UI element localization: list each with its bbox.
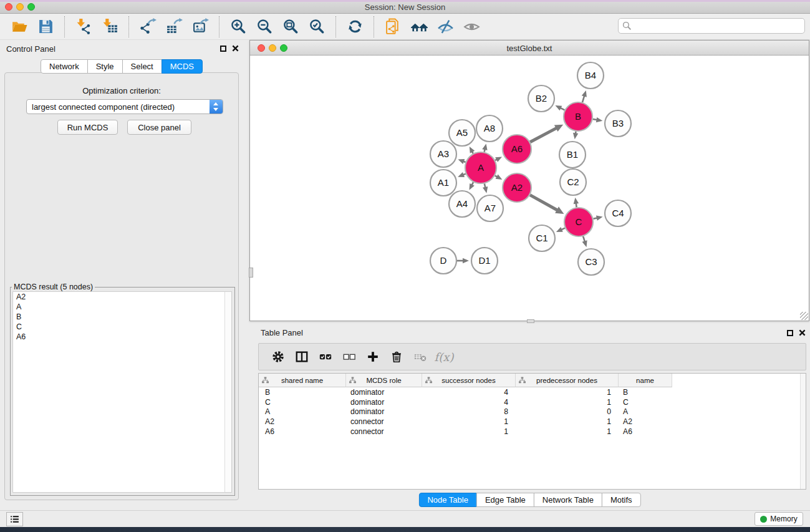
graph-edge-A2-C[interactable]: [530, 195, 559, 211]
mcds-result-item[interactable]: A2: [13, 292, 231, 302]
graph-node-B[interactable]: B: [564, 102, 592, 131]
export-network-button[interactable]: [137, 16, 159, 38]
mcds-result-item[interactable]: A6: [13, 332, 231, 342]
table-row-A6[interactable]: A6connector11A6: [259, 427, 806, 437]
graph-node-A1[interactable]: A1: [430, 170, 456, 196]
column-header-shared-name[interactable]: shared name: [259, 374, 346, 387]
main-toolbar: [0, 14, 810, 40]
memory-label: Memory: [770, 515, 797, 523]
arrowhead-icon: [582, 90, 587, 97]
save-icon: [37, 18, 54, 35]
memory-button[interactable]: Memory: [755, 512, 803, 526]
close-panel-button[interactable]: Close panel: [127, 120, 191, 135]
arrowhead-icon: [582, 240, 587, 247]
table-row-A[interactable]: Adominator80A: [259, 407, 806, 417]
graph-node-C4[interactable]: C4: [605, 200, 631, 226]
graph-node-B3[interactable]: B3: [605, 110, 631, 137]
mcds-result-item[interactable]: B: [13, 312, 231, 322]
table-header: shared nameMCDS rolesuccessor nodesprede…: [259, 374, 806, 387]
toggle-graphics-details-button[interactable]: [434, 16, 456, 38]
close-table-panel-icon[interactable]: [799, 329, 806, 336]
column-header-successor-nodes[interactable]: successor nodes: [422, 374, 516, 387]
home-button[interactable]: [408, 16, 430, 38]
save-session-button[interactable]: [34, 16, 57, 38]
mcds-result-item[interactable]: C: [13, 322, 231, 332]
table-scrollbar[interactable]: [800, 374, 806, 489]
resize-grip-icon[interactable]: [800, 312, 808, 320]
mcds-result-item[interactable]: A: [13, 302, 231, 312]
float-table-panel-icon[interactable]: [787, 330, 793, 336]
graph-node-A3[interactable]: A3: [430, 141, 456, 167]
apply-layout-button[interactable]: [344, 16, 366, 38]
table-row-C[interactable]: Cdominator41C: [259, 397, 806, 407]
optimization-criterion-select[interactable]: largest connected component (directed): [26, 99, 223, 114]
tab-edge-table[interactable]: Edge Table: [476, 493, 534, 507]
graph-node-D[interactable]: D: [430, 248, 456, 274]
graph-node-A2[interactable]: A2: [503, 173, 531, 202]
graph-node-C3[interactable]: C3: [578, 249, 604, 275]
splitter-handle[interactable]: [249, 268, 253, 278]
create-column-button[interactable]: [363, 347, 383, 367]
list-icon: [9, 514, 20, 525]
graph-node-B2[interactable]: B2: [528, 85, 554, 112]
graph-node-C2[interactable]: C2: [560, 169, 586, 195]
mcds-list-scrollbar[interactable]: [224, 292, 231, 492]
table-row-B[interactable]: Bdominator41B: [259, 387, 806, 397]
column-header-predecessor-nodes[interactable]: predecessor nodes: [516, 374, 619, 387]
graph-node-D1[interactable]: D1: [471, 248, 498, 274]
import-network-button[interactable]: [72, 16, 95, 38]
control-panel: Control Panel NetworkStyleSelectMCDS Opt…: [0, 40, 243, 510]
graph-node-B1[interactable]: B1: [559, 142, 586, 168]
graph-node-A4[interactable]: A4: [449, 191, 475, 217]
search-box[interactable]: [618, 18, 805, 34]
open-session-button[interactable]: [8, 16, 31, 38]
export-image-button[interactable]: [189, 16, 211, 38]
tab-node-table[interactable]: Node Table: [418, 493, 477, 507]
zoom-fit-button[interactable]: [279, 16, 302, 38]
close-panel-icon[interactable]: [232, 45, 239, 52]
tab-motifs[interactable]: Motifs: [602, 493, 641, 507]
table-settings-button[interactable]: [268, 347, 288, 367]
svg-text:A4: A4: [456, 198, 468, 209]
run-mcds-button[interactable]: Run MCDS: [57, 120, 118, 135]
graph-edge-A6-B[interactable]: [530, 127, 557, 142]
zoom-selected-button[interactable]: [306, 16, 328, 38]
table-row-A2[interactable]: A2connector11A2: [259, 417, 806, 427]
graph-node-C1[interactable]: C1: [529, 225, 555, 251]
network-from-document-button[interactable]: [382, 16, 404, 38]
show-columns-button[interactable]: [292, 347, 312, 367]
column-header-MCDS-role[interactable]: MCDS role: [346, 374, 422, 387]
toolbar-separator: [374, 16, 374, 37]
tab-select[interactable]: Select: [122, 59, 162, 74]
tab-network[interactable]: Network: [41, 59, 88, 74]
zoom-in-button[interactable]: [227, 16, 249, 38]
toolbar-separator: [335, 16, 336, 37]
graph-node-C[interactable]: C: [564, 208, 593, 236]
graph-node-A[interactable]: A: [465, 152, 496, 183]
clear-all-checks-button[interactable]: [339, 347, 359, 367]
zoom-out-button[interactable]: [253, 16, 276, 38]
column-header-name[interactable]: name: [619, 374, 672, 387]
tab-style[interactable]: Style: [87, 59, 123, 74]
splitter-handle[interactable]: [527, 319, 534, 323]
import-table-button[interactable]: [99, 16, 121, 38]
search-input[interactable]: [632, 20, 804, 32]
export-table-button[interactable]: [163, 16, 185, 38]
svg-text:A2: A2: [511, 182, 523, 193]
graph-node-B4[interactable]: B4: [577, 62, 604, 89]
float-panel-icon[interactable]: [220, 46, 226, 52]
task-history-button[interactable]: [6, 512, 23, 526]
tab-network-table[interactable]: Network Table: [534, 493, 602, 507]
network-graph: B4B2BB3B1A5A8A3A6AA1A2A4A7C2C4CC1C3DD1: [250, 56, 809, 321]
select-all-checks-button[interactable]: [316, 347, 335, 367]
graph-node-A8[interactable]: A8: [476, 115, 503, 142]
delete-columns-button[interactable]: [387, 347, 407, 367]
svg-text:D1: D1: [478, 255, 490, 266]
graph-node-A6[interactable]: A6: [503, 135, 531, 163]
graph-node-A7[interactable]: A7: [477, 195, 503, 221]
app-titlebar: Session: New Session: [0, 0, 810, 14]
tab-mcds[interactable]: MCDS: [162, 59, 203, 74]
graph-node-A5[interactable]: A5: [449, 120, 475, 146]
optimization-criterion-label: Optimization criterion:: [5, 86, 238, 95]
network-canvas[interactable]: B4B2BB3B1A5A8A3A6AA1A2A4A7C2C4CC1C3DD1: [250, 56, 809, 321]
